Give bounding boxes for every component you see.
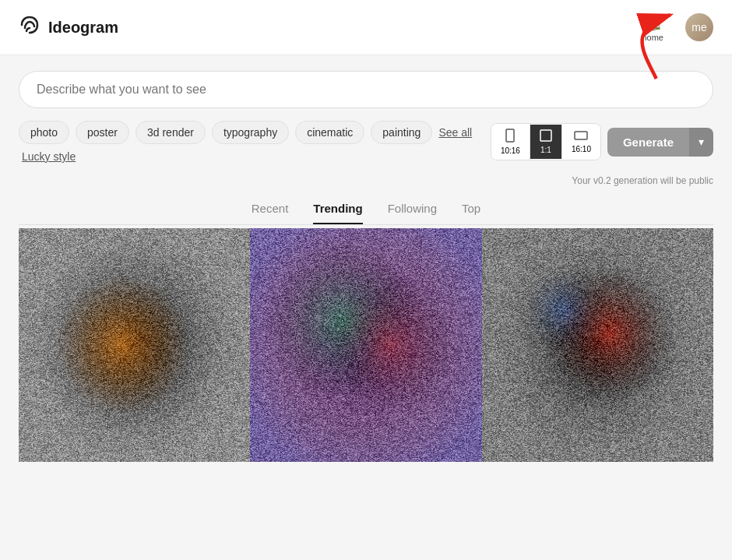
generate-dropdown-button[interactable]: ▾ xyxy=(689,128,713,157)
tag-poster[interactable]: poster xyxy=(76,121,129,144)
aspect-icon-square xyxy=(540,129,552,144)
avatar-label: me xyxy=(692,21,706,33)
tab-top[interactable]: Top xyxy=(462,202,480,224)
see-all-link[interactable]: See all xyxy=(438,126,472,139)
home-label: home xyxy=(642,33,663,42)
image-cell-2[interactable] xyxy=(250,228,481,462)
lucky-style-link[interactable]: Lucky style xyxy=(22,150,76,163)
search-input[interactable] xyxy=(37,83,695,97)
image-canvas-2 xyxy=(250,228,481,462)
right-controls: 10:16 1:1 16:10 Generate xyxy=(491,123,713,160)
image-cell-3[interactable] xyxy=(482,228,713,462)
controls-row: photo poster 3d render typography cinema… xyxy=(19,121,713,163)
tabs-container: Recent Trending Following Top xyxy=(19,202,713,225)
style-tags: photo poster 3d render typography cinema… xyxy=(19,121,491,163)
aspect-btn-10-16[interactable]: 10:16 xyxy=(491,124,530,160)
image-canvas-3 xyxy=(482,228,713,462)
tag-photo[interactable]: photo xyxy=(19,121,69,144)
logo-text: Ideogram xyxy=(48,19,118,37)
main-content: photo poster 3d render typography cinema… xyxy=(0,55,732,462)
home-nav-item[interactable]: 🏠 home xyxy=(635,9,670,45)
tag-painting[interactable]: painting xyxy=(371,121,432,144)
aspect-label-square: 1:1 xyxy=(540,146,551,154)
aspect-btn-1-1[interactable]: 1:1 xyxy=(530,125,562,159)
header-nav: 🏠 home me xyxy=(635,9,713,45)
chevron-down-icon: ▾ xyxy=(699,136,704,148)
tag-cinematic[interactable]: cinematic xyxy=(295,121,364,144)
aspect-ratio-group: 10:16 1:1 16:10 xyxy=(491,123,601,160)
svg-rect-1 xyxy=(540,130,551,141)
image-grid xyxy=(19,228,713,462)
aspect-label-portrait: 10:16 xyxy=(501,146,520,155)
header: Ideogram 🏠 home me xyxy=(0,0,732,55)
feed-tabs: Recent Trending Following Top xyxy=(19,202,713,224)
aspect-label-landscape: 16:10 xyxy=(572,145,591,153)
image-canvas-1 xyxy=(19,228,250,462)
svg-rect-2 xyxy=(575,132,587,139)
tag-typography[interactable]: typography xyxy=(212,121,289,144)
search-container xyxy=(19,71,713,108)
home-icon: 🏠 xyxy=(643,12,663,31)
aspect-icon-landscape xyxy=(574,130,588,143)
logo-icon xyxy=(19,14,40,41)
tab-following[interactable]: Following xyxy=(388,202,437,224)
tab-recent[interactable]: Recent xyxy=(252,202,289,224)
generate-button-group: Generate ▾ xyxy=(607,128,713,157)
public-notice: Your v0.2 generation will be public xyxy=(19,175,713,186)
logo[interactable]: Ideogram xyxy=(19,14,118,41)
tag-3d-render[interactable]: 3d render xyxy=(135,121,206,144)
aspect-btn-16-10[interactable]: 16:10 xyxy=(562,125,600,158)
tab-trending[interactable]: Trending xyxy=(313,202,362,224)
user-avatar[interactable]: me xyxy=(685,13,713,41)
aspect-icon-portrait xyxy=(505,129,516,145)
image-cell-1[interactable] xyxy=(19,228,250,462)
svg-rect-0 xyxy=(506,129,514,142)
generate-button[interactable]: Generate xyxy=(607,128,689,157)
